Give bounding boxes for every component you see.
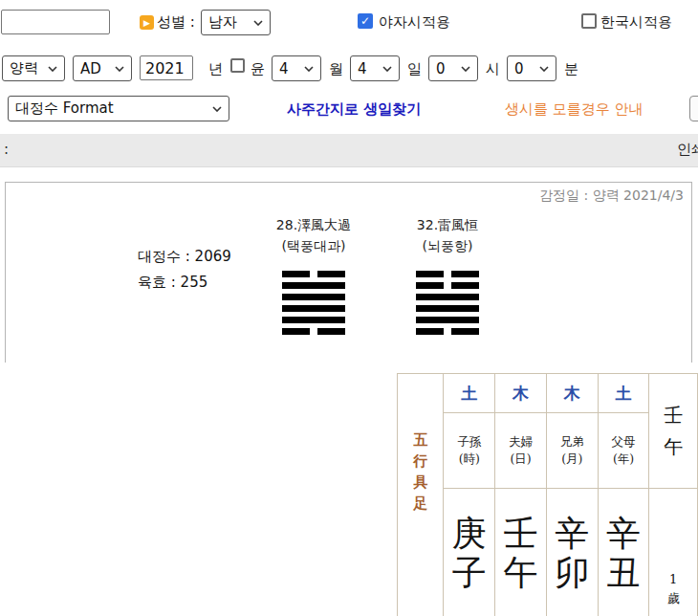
year-input[interactable]: [140, 55, 193, 80]
relation-cell: 子孫(時): [444, 413, 495, 489]
assessment-date: 감정일 : 양력 2021/4/3: [539, 187, 684, 205]
chevron-down-icon: [48, 66, 57, 72]
element-cell: 木: [495, 374, 547, 413]
toolbar: : 인쇄: [0, 134, 698, 167]
chevron-down-icon: [253, 20, 263, 26]
pillar-cell: 壬午: [495, 489, 547, 616]
hexagram-1-hangul: (택풍대과): [266, 238, 361, 255]
pillar-cell: 庚子: [444, 489, 495, 616]
app-screen: ▶ 성별 : 남자 ✓ 야자시적용 한국시적용 양력 AD 년 윤 4 월 4 …: [0, 0, 698, 616]
find-birthday-link[interactable]: 사주간지로 생일찾기: [287, 100, 421, 119]
day-select[interactable]: 4: [350, 55, 400, 81]
element-cell: 土: [598, 374, 649, 413]
chevron-down-icon: [382, 66, 392, 72]
korea-time-checkbox[interactable]: [581, 13, 597, 29]
hexagram-2-hangul: (뇌풍항): [400, 238, 495, 255]
night-hour-checkbox[interactable]: ✓: [358, 13, 373, 29]
year-suffix-label: 년: [208, 60, 223, 78]
element-cell: 土: [444, 374, 495, 413]
hexagram-2: 32.雷風恒 (뇌풍항): [400, 217, 495, 340]
minute-select-value: 0: [514, 60, 524, 77]
format-select[interactable]: 대정수 Format: [8, 96, 229, 121]
hexagram-1-figure: [282, 271, 345, 340]
check-icon: ✓: [360, 14, 370, 28]
cutoff-button[interactable]: [689, 96, 698, 121]
hexagram-1: 28.澤風大過 (택풍대과): [266, 217, 361, 340]
leap-month-label: 윤: [251, 60, 265, 78]
unknown-birth-time-link[interactable]: 생시를 모를경우 안내: [505, 100, 643, 119]
era-select-value: AD: [80, 60, 101, 77]
minute-suffix-label: 분: [564, 60, 578, 78]
pillar-cell: 辛卯: [546, 489, 598, 616]
pillar-cell: 辛丑: [598, 489, 649, 616]
saju-table: 五 行 具 足 土 木 木 土 壬 午 子孫(時) 夫婦(日) 兄弟(月): [397, 373, 698, 616]
relation-cell: 父母(年): [598, 413, 649, 489]
month-select-value: 4: [279, 60, 289, 77]
hour-select-value: 0: [436, 60, 446, 77]
relation-cell: 兄弟(月): [546, 413, 598, 489]
calendar-select[interactable]: 양력: [2, 55, 65, 81]
result-panel: 감정일 : 양력 2021/4/3 대정수 : 2069 육효 : 255 28…: [5, 182, 692, 363]
name-input[interactable]: [1, 10, 110, 34]
yukhyo-value: 육효 : 255: [138, 274, 207, 292]
day-suffix-label: 일: [407, 60, 422, 78]
toolbar-colon: :: [4, 141, 9, 158]
relation-cell: 夫婦(日): [495, 413, 547, 489]
day-select-value: 4: [358, 60, 367, 77]
hour-select[interactable]: 0: [428, 55, 478, 81]
chevron-down-icon: [115, 66, 124, 72]
korea-time-label: 한국시적용: [600, 13, 672, 32]
hexagram-2-title: 32.雷風恒: [400, 217, 495, 234]
daejeongsu-value: 대정수 : 2069: [138, 248, 231, 266]
print-button[interactable]: 인쇄: [677, 141, 698, 159]
age-cell: 1 歲: [649, 489, 698, 616]
hexagram-1-title: 28.澤風大過: [266, 217, 361, 234]
hexagram-2-figure: [416, 271, 479, 340]
month-select[interactable]: 4: [272, 55, 321, 81]
night-hour-label: 야자시적용: [379, 13, 450, 32]
month-suffix-label: 월: [329, 60, 343, 78]
leap-month-checkbox[interactable]: [230, 58, 245, 73]
hour-suffix-label: 시: [486, 60, 500, 78]
calendar-select-value: 양력: [10, 59, 38, 77]
chevron-down-icon: [461, 66, 470, 72]
era-select[interactable]: AD: [73, 55, 132, 81]
chevron-down-icon: [212, 106, 222, 112]
gender-select[interactable]: 남자: [201, 10, 271, 35]
minute-select[interactable]: 0: [507, 55, 556, 81]
element-cell: 木: [546, 374, 598, 413]
chevron-down-icon: [539, 66, 549, 72]
format-select-value: 대정수 Format: [15, 99, 114, 118]
chevron-down-icon: [304, 66, 314, 72]
right-column-top-cell: 壬 午: [649, 374, 698, 489]
gender-label: 성별 :: [157, 13, 195, 32]
gender-bullet-icon: ▶: [140, 15, 154, 30]
five-elements-side-label: 五 行 具 足: [398, 374, 444, 616]
gender-select-value: 남자: [208, 13, 237, 32]
